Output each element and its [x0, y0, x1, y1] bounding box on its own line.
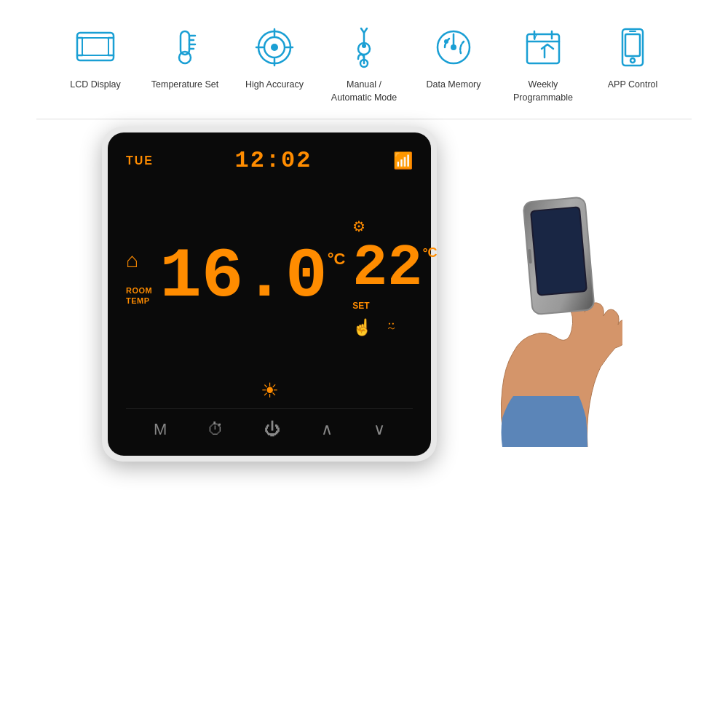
thermostat-device: TUE 12:02 📶 ⌂ ROOMTEMP 16.0 °C	[102, 127, 437, 462]
weekly-icon: 7	[518, 22, 569, 73]
sun-icon: ☀	[261, 379, 279, 403]
memory-icon	[428, 22, 479, 73]
manual-auto-icon	[339, 22, 389, 73]
left-panel: ⌂ ROOMTEMP	[126, 249, 152, 306]
svg-text:7: 7	[533, 33, 537, 41]
data-memory-label: Data Memory	[426, 79, 480, 92]
clock-button[interactable]: ⏱	[202, 416, 229, 443]
svg-rect-1	[82, 38, 108, 55]
target-icon	[249, 22, 300, 73]
set-label: SET	[352, 301, 369, 311]
hand-phone-svg	[462, 141, 622, 447]
main-content: TUE 12:02 📶 ⌂ ROOMTEMP 16.0 °C	[0, 119, 728, 476]
heating-icon: ⍨	[387, 318, 396, 337]
down-button[interactable]: ∨	[368, 416, 391, 443]
feature-lcd: LCD Display	[58, 22, 134, 92]
phone-hand-image	[459, 127, 626, 462]
hand-touch-icon: ☝	[352, 318, 372, 337]
svg-rect-39	[531, 207, 586, 294]
m-button[interactable]: M	[148, 416, 173, 443]
feature-app-control: APP Control	[595, 22, 671, 92]
app-control-label: APP Control	[608, 79, 658, 92]
lcd-display-screen: TUE 12:02 📶 ⌂ ROOMTEMP 16.0 °C	[126, 147, 413, 405]
up-button[interactable]: ∧	[315, 416, 339, 443]
set-temp-display: 22 °C	[352, 240, 437, 298]
top-info-row: TUE 12:02 📶	[126, 147, 413, 174]
svg-point-21	[362, 44, 366, 48]
svg-point-14	[271, 44, 278, 51]
feature-high-accuracy: High Accuracy	[237, 22, 313, 92]
high-accuracy-label: High Accuracy	[245, 79, 304, 92]
time-display: 12:02	[234, 147, 312, 174]
svg-point-34	[630, 58, 635, 63]
feature-weekly: 7 WeeklyProgrammable	[505, 22, 582, 104]
weekly-label: WeeklyProgrammable	[513, 79, 573, 104]
svg-rect-33	[625, 34, 640, 56]
touch-icons: ☝ ⍨	[352, 318, 396, 337]
house-icon: ⌂	[126, 249, 138, 272]
power-button[interactable]: ⏻	[258, 416, 286, 443]
temp-row: ⌂ ROOMTEMP 16.0 °C ⚙ 22 °C	[126, 181, 413, 374]
current-temp-display: 16.0 °C	[159, 242, 345, 312]
manual-auto-label: Manual /Automatic Mode	[331, 79, 397, 104]
day-display: TUE	[126, 154, 154, 167]
feature-data-memory: Data Memory	[416, 22, 492, 92]
sun-row: ☀	[126, 379, 413, 403]
current-temp-celsius: °C	[328, 250, 346, 269]
temp-set-label: Temperature Set	[151, 79, 218, 92]
feature-manual-auto: Manual /Automatic Mode	[326, 22, 403, 104]
lcd-label: LCD Display	[70, 79, 120, 92]
set-temp-value: 22	[352, 240, 422, 298]
feature-temp-set: Temperature Set	[147, 22, 223, 92]
lcd-icon	[70, 22, 121, 73]
svg-point-25	[444, 39, 448, 44]
wifi-icon: 📶	[393, 151, 413, 170]
thermometer-icon	[159, 22, 210, 73]
features-bar: LCD Display Temperature Set	[0, 0, 728, 119]
set-temp-celsius: °C	[422, 245, 437, 261]
current-temp-value: 16.0	[159, 242, 327, 312]
svg-point-7	[179, 52, 191, 63]
thermostat-screen: TUE 12:02 📶 ⌂ ROOMTEMP 16.0 °C	[108, 132, 431, 456]
button-row[interactable]: M ⏱ ⏻ ∧ ∨	[126, 408, 413, 443]
room-temp-label: ROOMTEMP	[126, 285, 152, 306]
right-panel: ⚙ 22 °C SET ☝ ⍨	[352, 218, 437, 337]
gear-icon: ⚙	[352, 218, 365, 235]
app-icon	[607, 22, 658, 73]
